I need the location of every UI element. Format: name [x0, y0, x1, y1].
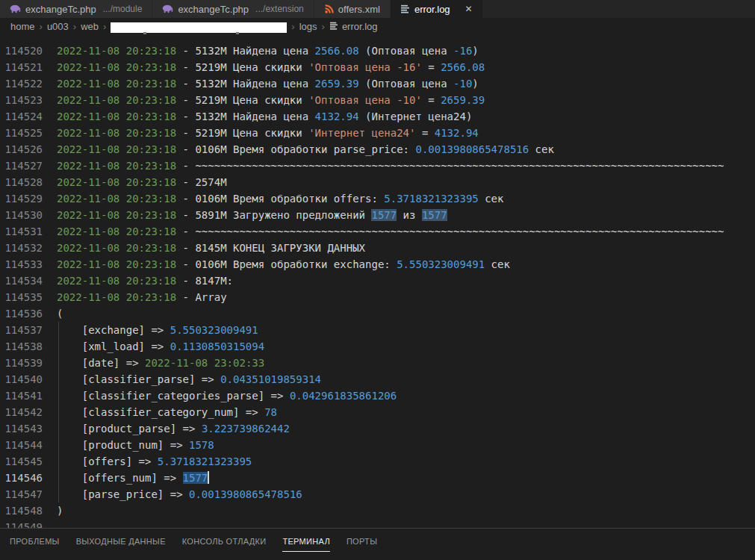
chevron-right-icon: ›: [40, 21, 43, 32]
breadcrumb-label: error.log: [342, 21, 378, 32]
line-content: 2022-11-08 20:23:18 - ~~~~~~~~~~~~~~~~~~…: [57, 158, 724, 174]
php-icon: [10, 4, 21, 13]
token: 2022-11-08 20:23:18: [57, 78, 176, 90]
line-number: 114546: [0, 470, 43, 486]
log-line[interactable]: 114546 [offers_num] => 1577: [0, 470, 755, 486]
log-line[interactable]: 114542 [classifier_category_num] => 78: [0, 404, 755, 420]
log-line[interactable]: 1145272022-11-08 20:23:18 - ~~~~~~~~~~~~…: [0, 158, 755, 174]
line-content: 2022-11-08 20:23:18 - 5219M Цена скидки …: [57, 59, 485, 75]
token: - 5891M Загружено предложений: [176, 209, 371, 221]
breadcrumb-item[interactable]: logs: [299, 21, 317, 32]
panel-tab-debug[interactable]: КОНСОЛЬ ОТЛАДКИ: [182, 537, 267, 552]
line-content: [classifier_categories_parse] => 0.04296…: [57, 388, 397, 404]
token: 2659.39: [441, 94, 485, 106]
line-content: [offers_num] => 1577: [57, 470, 209, 486]
line-content: [xml_load] => 0.1130850315094: [57, 338, 264, 355]
log-line[interactable]: 1145342022-11-08 20:23:18 - 8147M:: [0, 273, 755, 289]
line-content: 2022-11-08 20:23:18 - 5891M Загружено пр…: [57, 207, 447, 223]
token: [classifier_parse] =>: [57, 373, 220, 385]
line-number: 114538: [0, 338, 43, 355]
log-line[interactable]: 114547 [parse_price] => 0.00139808654785…: [0, 486, 755, 503]
log-line[interactable]: 114543 [product_parse] => 3.223739862442: [0, 420, 755, 437]
log-line[interactable]: 114538 [xml_load] => 0.1130850315094: [0, 338, 755, 355]
breadcrumb-item-file[interactable]: error.log: [329, 21, 378, 32]
token: [date] =>: [57, 357, 145, 369]
panel-tab-output[interactable]: ВЫХОДНЫЕ ДАННЫЕ: [76, 537, 166, 552]
log-line[interactable]: 1145292022-11-08 20:23:18 - 0106M Время …: [0, 190, 755, 207]
log-line[interactable]: 114549: [0, 519, 755, 528]
line-number: 114535: [0, 289, 43, 305]
token: 2022-11-08 20:23:18: [57, 176, 176, 188]
log-line[interactable]: 1145212022-11-08 20:23:18 - 5219M Цена с…: [0, 59, 755, 75]
token: [product_num] =>: [57, 439, 189, 451]
line-content: [product_num] => 1578: [57, 437, 214, 453]
token: 1578: [189, 439, 214, 451]
log-line[interactable]: 1145262022-11-08 20:23:18 - 0106M Время …: [0, 141, 755, 158]
tab-label: exchangeTc.php: [25, 4, 96, 15]
tab-description: .../module: [103, 4, 143, 14]
log-line[interactable]: 1145242022-11-08 20:23:18 - 5132M Найден…: [0, 108, 755, 125]
log-line[interactable]: 114537 [exchange] => 5.550323009491: [0, 322, 755, 338]
match-highlight: 1577: [371, 209, 397, 221]
line-number: 114544: [0, 437, 43, 453]
log-line[interactable]: 1145312022-11-08 20:23:18 - ~~~~~~~~~~~~…: [0, 223, 755, 240]
line-number: 114522: [0, 75, 43, 92]
token: 5.3718321323395: [384, 193, 478, 205]
log-line[interactable]: 114544 [product_num] => 1578: [0, 437, 755, 453]
token: (: [57, 308, 63, 320]
log-line[interactable]: 1145302022-11-08 20:23:18 - 5891M Загруж…: [0, 207, 755, 223]
log-file-icon: [329, 21, 338, 32]
log-icon: [400, 4, 410, 13]
log-line[interactable]: 1145232022-11-08 20:23:18 - 5219M Цена с…: [0, 92, 755, 108]
log-line[interactable]: 114539 [date] => 2022-11-08 23:02:33: [0, 355, 755, 371]
tab-exchangetc-php-extension[interactable]: exchangeTc.php.../extension: [152, 0, 314, 18]
log-line[interactable]: 114540 [classifier_parse] => 0.043510198…: [0, 371, 755, 388]
editor[interactable]: 1145202022-11-08 20:23:18 - 5132M Найден…: [0, 35, 755, 528]
log-line[interactable]: 1145222022-11-08 20:23:18 - 5132M Найден…: [0, 75, 755, 92]
line-content: 2022-11-08 20:23:18 - 2574M: [57, 174, 227, 190]
panel-tab-ports[interactable]: ПОРТЫ: [347, 537, 377, 552]
log-line[interactable]: 1145322022-11-08 20:23:18 - 8145M КОНЕЦ …: [0, 240, 755, 256]
line-content: 2022-11-08 20:23:18 - Array: [57, 289, 227, 305]
log-line[interactable]: 114541 [classifier_categories_parse] => …: [0, 388, 755, 404]
tab-offers-xml[interactable]: offers.xml: [314, 0, 391, 18]
log-line[interactable]: 114545 [offers] => 5.3718321323395: [0, 453, 755, 470]
token: - 8147M:: [176, 275, 233, 287]
breadcrumb-item[interactable]: web: [81, 21, 99, 32]
token: =: [422, 94, 441, 106]
chevron-right-icon: ›: [291, 21, 294, 32]
log-line[interactable]: 1145282022-11-08 20:23:18 - 2574M: [0, 174, 755, 190]
log-line[interactable]: 1145202022-11-08 20:23:18 - 5132M Найден…: [0, 43, 755, 59]
token: ): [472, 78, 478, 90]
token: - ~~~~~~~~~~~~~~~~~~~~~~~~~~~~~~~~~~~~~~…: [176, 225, 724, 237]
token: [offers_num] =>: [57, 472, 183, 484]
token: - Array: [176, 291, 226, 303]
panel-tab-problems[interactable]: ПРОБЛЕМЫ: [10, 537, 60, 552]
log-line[interactable]: 1145252022-11-08 20:23:18 - 5219M Цена с…: [0, 125, 755, 141]
line-number: 114529: [0, 190, 43, 207]
tab-error-log[interactable]: error.log✕: [391, 0, 483, 18]
close-icon[interactable]: ✕: [465, 4, 473, 13]
log-line[interactable]: 1145352022-11-08 20:23:18 - Array: [0, 289, 755, 305]
tab-exchangetc-php-module[interactable]: exchangeTc.php.../module: [0, 0, 152, 18]
line-number: 114526: [0, 141, 43, 158]
php-icon: [162, 4, 173, 13]
line-number: 114523: [0, 92, 43, 108]
panel-tab-terminal[interactable]: ТЕРМИНАЛ: [282, 537, 329, 552]
token: 2022-11-08 20:23:18: [57, 291, 176, 303]
log-line[interactable]: 114536(: [0, 305, 755, 322]
token: - 0106M Время обработки parse_price:: [176, 143, 415, 155]
token: [classifier_category_num] =>: [57, 406, 264, 418]
token: 2566.08: [315, 45, 359, 57]
breadcrumb-item[interactable]: home: [10, 21, 35, 32]
token: [product_parse] =>: [57, 423, 202, 435]
token: 0.04351019859314: [220, 373, 321, 385]
breadcrumb-item[interactable]: u003: [47, 21, 69, 32]
token: 5.3718321323395: [158, 455, 252, 467]
token: - ~~~~~~~~~~~~~~~~~~~~~~~~~~~~~~~~~~~~~~…: [176, 160, 724, 172]
line-number: 114534: [0, 273, 43, 289]
line-number: 114539: [0, 355, 43, 371]
token: [xml_load] =>: [57, 340, 170, 352]
log-line[interactable]: 114548): [0, 503, 755, 519]
log-line[interactable]: 1145332022-11-08 20:23:18 - 0106M Время …: [0, 256, 755, 273]
